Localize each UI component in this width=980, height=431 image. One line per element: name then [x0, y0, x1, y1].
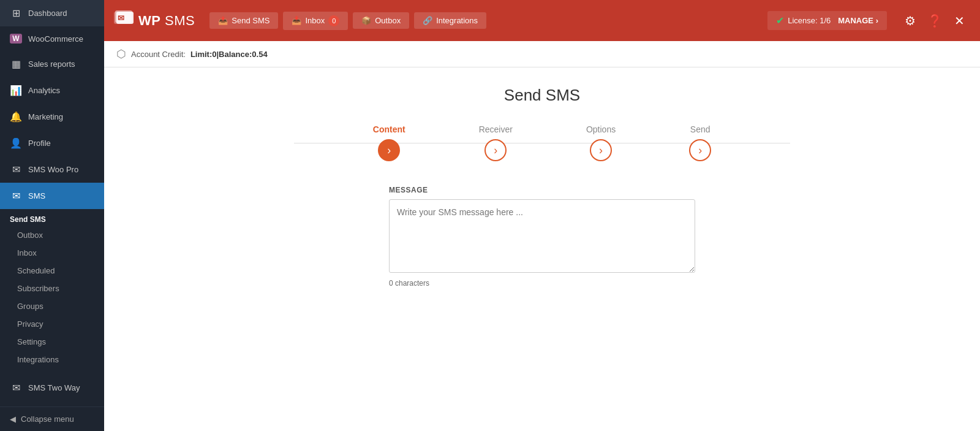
step-receiver-circle[interactable]: ›	[484, 139, 507, 161]
outbox-nav-button[interactable]: 📦 Outbox	[353, 12, 409, 29]
license-label: License: 1/6	[788, 16, 831, 25]
inbox-nav-button[interactable]: 📥 Inbox 0	[283, 12, 348, 30]
step-receiver: Receiver ›	[479, 124, 513, 161]
step-content-label: Content	[373, 124, 405, 134]
outbox-nav-icon: 📦	[361, 16, 371, 25]
integrations-nav-button[interactable]: 🔗 Integrations	[414, 12, 486, 29]
sidebar-item-marketing[interactable]: 🔔 Marketing	[0, 104, 104, 130]
sidebar-item-analytics[interactable]: 📊 Analytics	[0, 77, 104, 104]
sidebar-sub-subscribers[interactable]: Subscribers	[0, 280, 104, 297]
sidebar-item-profile[interactable]: 👤 Profile	[0, 130, 104, 156]
sidebar-item-woocommerce-label: WooCommerce	[28, 34, 83, 44]
sidebar-item-marketing-label: Marketing	[28, 112, 63, 121]
sidebar-sub-privacy[interactable]: Privacy	[0, 315, 104, 333]
sidebar-sub-scheduled[interactable]: Scheduled	[0, 262, 104, 280]
sidebar-item-sms-woo-pro[interactable]: ✉ SMS Woo Pro	[0, 156, 104, 183]
collapse-icon: ◀	[10, 414, 16, 424]
topnav-icons: ⚙ ❓ ✕	[899, 10, 970, 32]
sidebar-item-woocommerce[interactable]: W WooCommerce	[0, 26, 104, 51]
send-sms-nav-icon: 📤	[218, 16, 228, 25]
integrations-nav-label: Integrations	[436, 16, 478, 25]
sms-woo-pro-icon: ✉	[10, 164, 22, 175]
step-content: Content ›	[373, 124, 405, 161]
sidebar-item-analytics-label: Analytics	[28, 86, 60, 95]
close-icon-button[interactable]: ✕	[948, 10, 970, 32]
marketing-icon: 🔔	[10, 111, 22, 123]
svg-text:✉: ✉	[118, 13, 124, 23]
sidebar-item-sms[interactable]: ✉ SMS	[0, 183, 104, 209]
sidebar-sub-inbox[interactable]: Inbox	[0, 244, 104, 262]
step-receiver-label: Receiver	[479, 124, 513, 134]
sidebar-item-profile-label: Profile	[28, 139, 51, 148]
sidebar-item-sales-reports-label: Sales reports	[28, 59, 75, 69]
step-options-label: Options	[586, 124, 616, 134]
step-send: Send ›	[689, 124, 711, 161]
sidebar: ⊞ Dashboard W WooCommerce ▦ Sales report…	[0, 0, 104, 431]
inbox-nav-label: Inbox	[305, 16, 325, 25]
logo: ✉ WP SMS	[114, 10, 195, 31]
main-area: ✉ WP SMS 📤 Send SMS 📥 Inbox 0 📦 Outbox 🔗…	[104, 0, 980, 431]
sms-icon: ✉	[10, 190, 22, 202]
sidebar-sub-integrations[interactable]: Integrations	[0, 351, 104, 368]
message-section: MESSAGE 0 characters	[389, 186, 695, 288]
sidebar-sub-outbox[interactable]: Outbox	[0, 226, 104, 244]
sidebar-item-dashboard-label: Dashboard	[28, 9, 67, 18]
inbox-nav-icon: 📥	[292, 16, 301, 25]
analytics-icon: 📊	[10, 85, 22, 96]
manage-label[interactable]: MANAGE ›	[838, 16, 878, 25]
sidebar-sub-groups[interactable]: Groups	[0, 297, 104, 315]
sales-reports-icon: ▦	[10, 58, 22, 70]
collapse-menu-button[interactable]: ◀ Collapse menu	[0, 406, 104, 431]
help-icon-button[interactable]: ❓	[924, 10, 946, 32]
step-options-circle[interactable]: ›	[590, 139, 612, 161]
steps: Content › Receiver › Options › Send ›	[373, 124, 711, 161]
integrations-nav-icon: 🔗	[423, 16, 432, 25]
step-send-circle[interactable]: ›	[689, 139, 711, 161]
message-label: MESSAGE	[389, 186, 695, 194]
topnav: ✉ WP SMS 📤 Send SMS 📥 Inbox 0 📦 Outbox 🔗…	[104, 0, 980, 41]
steps-container: Content › Receiver › Options › Send ›	[129, 124, 956, 161]
message-textarea[interactable]	[389, 199, 695, 273]
step-content-circle[interactable]: ›	[378, 139, 400, 161]
sidebar-item-sales-reports[interactable]: ▦ Sales reports	[0, 51, 104, 77]
sidebar-item-sms-woo-pro-label: SMS Woo Pro	[28, 165, 78, 174]
logo-text: WP SMS	[138, 13, 195, 29]
account-bar: ⬡ Account Credit: Limit:0|Balance:0.54	[104, 41, 980, 67]
inbox-badge: 0	[328, 15, 339, 26]
sidebar-item-dashboard[interactable]: ⊞ Dashboard	[0, 0, 104, 26]
send-sms-nav-button[interactable]: 📤 Send SMS	[209, 12, 278, 29]
sidebar-sub-settings[interactable]: Settings	[0, 333, 104, 351]
sidebar-item-sms-label: SMS	[28, 191, 45, 200]
send-sms-form: Send SMS Content › Receiver › Options ›	[104, 67, 980, 431]
step-options: Options ›	[586, 124, 616, 161]
send-sms-title: Send SMS	[129, 86, 956, 105]
settings-icon-button[interactable]: ⚙	[899, 10, 921, 32]
sidebar-item-sms-two-way[interactable]: ✉ SMS Two Way	[0, 375, 104, 401]
content-area: ⬡ Account Credit: Limit:0|Balance:0.54 S…	[104, 41, 980, 431]
credit-icon: ⬡	[116, 47, 126, 61]
dashboard-icon: ⊞	[10, 7, 22, 19]
collapse-label: Collapse menu	[21, 414, 74, 424]
account-credit-label: Account Credit:	[131, 50, 186, 59]
sms-two-way-icon: ✉	[10, 382, 22, 394]
send-sms-nav-label: Send SMS	[232, 16, 270, 25]
license-check-icon: ✔	[776, 15, 784, 26]
logo-icon: ✉	[114, 10, 134, 31]
account-credit-value: Limit:0|Balance:0.54	[190, 50, 268, 59]
sms-submenu-header: Send SMS	[0, 209, 104, 226]
outbox-nav-label: Outbox	[375, 16, 401, 25]
woocommerce-icon: W	[10, 34, 22, 44]
step-send-label: Send	[690, 124, 710, 134]
profile-icon: 👤	[10, 137, 22, 149]
message-chars: 0 characters	[389, 279, 695, 288]
license-badge[interactable]: ✔ License: 1/6 MANAGE ›	[767, 11, 887, 30]
sidebar-item-sms-two-way-label: SMS Two Way	[28, 383, 80, 392]
